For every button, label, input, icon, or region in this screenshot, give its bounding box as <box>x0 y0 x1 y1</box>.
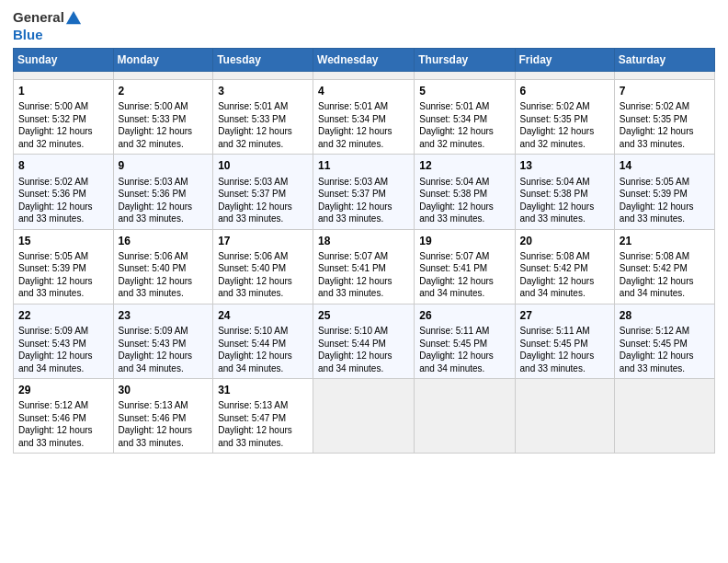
daylight-text: Daylight: 12 hours and 33 minutes. <box>520 201 595 224</box>
logo: General Blue <box>13 9 83 42</box>
calendar-cell <box>515 379 614 454</box>
calendar-cell: 28 Sunrise: 5:12 AM Sunset: 5:45 PM Dayl… <box>614 304 714 378</box>
daylight-text: Daylight: 12 hours and 33 minutes. <box>620 126 694 149</box>
day-number: 9 <box>119 158 209 173</box>
svg-marker-0 <box>66 11 81 24</box>
calendar-week-row: 15 Sunrise: 5:05 AM Sunset: 5:39 PM Dayl… <box>14 229 715 304</box>
sunset-text: Sunset: 5:43 PM <box>119 339 187 349</box>
sunrise-text: Sunrise: 5:01 AM <box>218 101 288 111</box>
calendar-cell: 3 Sunrise: 5:01 AM Sunset: 5:33 PM Dayli… <box>213 80 313 155</box>
sunset-text: Sunset: 5:41 PM <box>419 263 487 273</box>
day-number: 4 <box>318 84 409 98</box>
sunset-text: Sunset: 5:32 PM <box>18 114 86 124</box>
calendar-week-row: 8 Sunrise: 5:02 AM Sunset: 5:36 PM Dayli… <box>14 155 715 229</box>
calendar-cell <box>14 72 114 80</box>
day-number: 8 <box>18 158 108 173</box>
daylight-text: Daylight: 12 hours and 33 minutes. <box>18 276 93 299</box>
calendar-cell: 19 Sunrise: 5:07 AM Sunset: 5:41 PM Dayl… <box>415 229 515 304</box>
sunset-text: Sunset: 5:35 PM <box>620 114 688 124</box>
daylight-text: Daylight: 12 hours and 32 minutes. <box>520 126 595 149</box>
sunrise-text: Sunrise: 5:00 AM <box>18 101 88 111</box>
day-number: 18 <box>318 234 409 248</box>
sunrise-text: Sunrise: 5:03 AM <box>218 177 288 187</box>
page-container: General Blue Sunday Monday Tuesday Wedne… <box>0 0 728 463</box>
sunset-text: Sunset: 5:43 PM <box>18 339 86 349</box>
sunset-text: Sunset: 5:42 PM <box>620 263 688 273</box>
daylight-text: Daylight: 12 hours and 32 minutes. <box>318 126 392 149</box>
day-number: 17 <box>218 234 308 248</box>
daylight-text: Daylight: 12 hours and 34 minutes. <box>318 350 392 373</box>
calendar-cell: 22 Sunrise: 5:09 AM Sunset: 5:43 PM Dayl… <box>14 304 114 378</box>
col-friday: Friday <box>515 49 614 72</box>
calendar-week-row: 29 Sunrise: 5:12 AM Sunset: 5:46 PM Dayl… <box>14 379 715 454</box>
sunset-text: Sunset: 5:40 PM <box>119 263 187 273</box>
daylight-text: Daylight: 12 hours and 33 minutes. <box>218 425 292 448</box>
daylight-text: Daylight: 12 hours and 34 minutes. <box>419 350 494 373</box>
calendar-cell <box>313 379 415 454</box>
col-sunday: Sunday <box>14 49 114 72</box>
calendar-cell: 13 Sunrise: 5:04 AM Sunset: 5:38 PM Dayl… <box>515 155 614 229</box>
calendar-cell: 8 Sunrise: 5:02 AM Sunset: 5:36 PM Dayli… <box>14 155 114 229</box>
sunset-text: Sunset: 5:40 PM <box>218 263 286 273</box>
calendar-cell: 11 Sunrise: 5:03 AM Sunset: 5:37 PM Dayl… <box>313 155 415 229</box>
daylight-text: Daylight: 12 hours and 32 minutes. <box>18 126 93 149</box>
calendar-cell: 30 Sunrise: 5:13 AM Sunset: 5:46 PM Dayl… <box>113 379 213 454</box>
daylight-text: Daylight: 12 hours and 33 minutes. <box>419 201 494 224</box>
calendar-cell <box>213 72 313 80</box>
sunset-text: Sunset: 5:45 PM <box>620 339 688 349</box>
sunrise-text: Sunrise: 5:08 AM <box>520 251 590 261</box>
daylight-text: Daylight: 12 hours and 32 minutes. <box>119 126 193 149</box>
calendar-cell <box>113 72 213 80</box>
sunrise-text: Sunrise: 5:09 AM <box>119 326 188 336</box>
sunset-text: Sunset: 5:35 PM <box>520 114 588 124</box>
sunset-text: Sunset: 5:47 PM <box>218 413 286 423</box>
day-number: 25 <box>318 308 409 323</box>
sunrise-text: Sunrise: 5:06 AM <box>119 251 188 261</box>
sunset-text: Sunset: 5:33 PM <box>119 114 187 124</box>
sunrise-text: Sunrise: 5:07 AM <box>318 251 388 261</box>
daylight-text: Daylight: 12 hours and 34 minutes. <box>218 350 292 373</box>
daylight-text: Daylight: 12 hours and 33 minutes. <box>520 350 595 373</box>
sunrise-text: Sunrise: 5:10 AM <box>218 326 288 336</box>
calendar-cell: 4 Sunrise: 5:01 AM Sunset: 5:34 PM Dayli… <box>313 80 415 155</box>
calendar-cell: 1 Sunrise: 5:00 AM Sunset: 5:32 PM Dayli… <box>14 80 114 155</box>
sunrise-text: Sunrise: 5:13 AM <box>218 400 288 410</box>
calendar-cell: 7 Sunrise: 5:02 AM Sunset: 5:35 PM Dayli… <box>614 80 714 155</box>
sunset-text: Sunset: 5:37 PM <box>318 189 386 199</box>
calendar-cell: 29 Sunrise: 5:12 AM Sunset: 5:46 PM Dayl… <box>14 379 114 454</box>
daylight-text: Daylight: 12 hours and 33 minutes. <box>119 425 193 448</box>
daylight-text: Daylight: 12 hours and 33 minutes. <box>620 201 694 224</box>
sunrise-text: Sunrise: 5:09 AM <box>18 326 88 336</box>
sunset-text: Sunset: 5:38 PM <box>520 189 588 199</box>
daylight-text: Daylight: 12 hours and 33 minutes. <box>18 425 93 448</box>
day-number: 20 <box>520 234 609 248</box>
day-number: 7 <box>620 84 710 98</box>
day-number: 28 <box>620 308 710 323</box>
calendar-cell: 26 Sunrise: 5:11 AM Sunset: 5:45 PM Dayl… <box>415 304 515 378</box>
day-number: 16 <box>119 234 209 248</box>
daylight-text: Daylight: 12 hours and 33 minutes. <box>18 201 93 224</box>
calendar-cell: 12 Sunrise: 5:04 AM Sunset: 5:38 PM Dayl… <box>415 155 515 229</box>
day-number: 6 <box>520 84 609 98</box>
calendar-cell: 18 Sunrise: 5:07 AM Sunset: 5:41 PM Dayl… <box>313 229 415 304</box>
day-number: 31 <box>218 383 308 397</box>
day-number: 29 <box>18 383 108 397</box>
day-number: 14 <box>620 158 710 173</box>
day-number: 19 <box>419 234 509 248</box>
sunset-text: Sunset: 5:45 PM <box>419 339 487 349</box>
sunset-text: Sunset: 5:44 PM <box>218 339 286 349</box>
calendar-cell: 17 Sunrise: 5:06 AM Sunset: 5:40 PM Dayl… <box>213 229 313 304</box>
calendar-cell <box>313 72 415 80</box>
calendar-cell: 5 Sunrise: 5:01 AM Sunset: 5:34 PM Dayli… <box>415 80 515 155</box>
col-tuesday: Tuesday <box>213 49 313 72</box>
col-thursday: Thursday <box>415 49 515 72</box>
calendar-week-row: 22 Sunrise: 5:09 AM Sunset: 5:43 PM Dayl… <box>14 304 715 378</box>
calendar-cell: 9 Sunrise: 5:03 AM Sunset: 5:36 PM Dayli… <box>113 155 213 229</box>
calendar-cell <box>515 72 614 80</box>
calendar-header-row: Sunday Monday Tuesday Wednesday Thursday… <box>14 49 715 72</box>
sunrise-text: Sunrise: 5:00 AM <box>119 101 188 111</box>
calendar-cell: 24 Sunrise: 5:10 AM Sunset: 5:44 PM Dayl… <box>213 304 313 378</box>
daylight-text: Daylight: 12 hours and 33 minutes. <box>318 201 392 224</box>
calendar-cell: 23 Sunrise: 5:09 AM Sunset: 5:43 PM Dayl… <box>113 304 213 378</box>
sunset-text: Sunset: 5:36 PM <box>18 189 86 199</box>
